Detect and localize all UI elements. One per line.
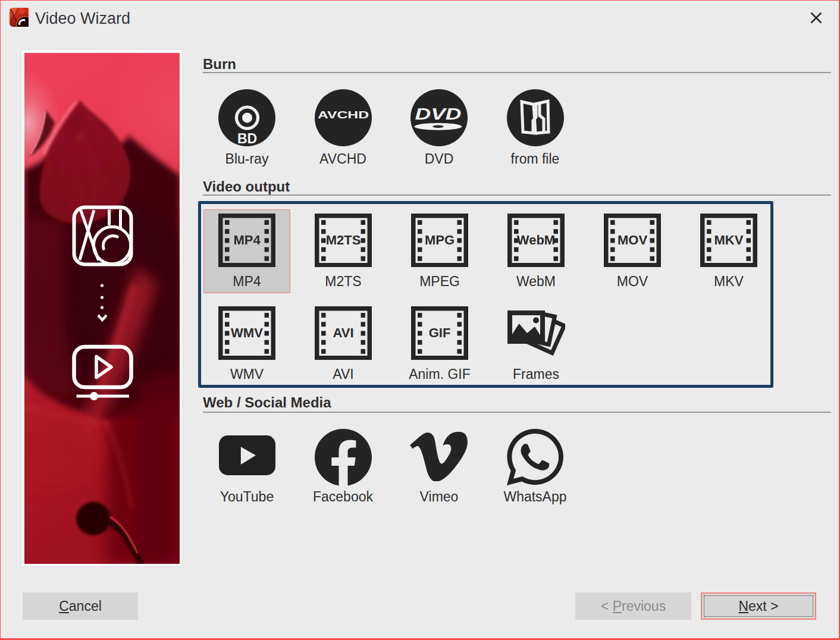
svg-text:DVD: DVD (415, 105, 462, 123)
svg-text:MOV: MOV (618, 233, 647, 247)
svg-text:MPG: MPG (425, 233, 455, 247)
svg-text:WMV: WMV (231, 325, 263, 340)
svg-text:GIF: GIF (429, 325, 451, 340)
svg-text:BD: BD (237, 131, 257, 146)
svg-text:AVI: AVI (333, 325, 353, 340)
svg-text:WebM: WebM (517, 233, 555, 247)
svg-text:AVCHD: AVCHD (318, 109, 369, 121)
svg-text:MKV: MKV (714, 233, 744, 247)
svg-text:MP4: MP4 (233, 233, 261, 247)
svg-text:M2TS: M2TS (326, 233, 361, 247)
